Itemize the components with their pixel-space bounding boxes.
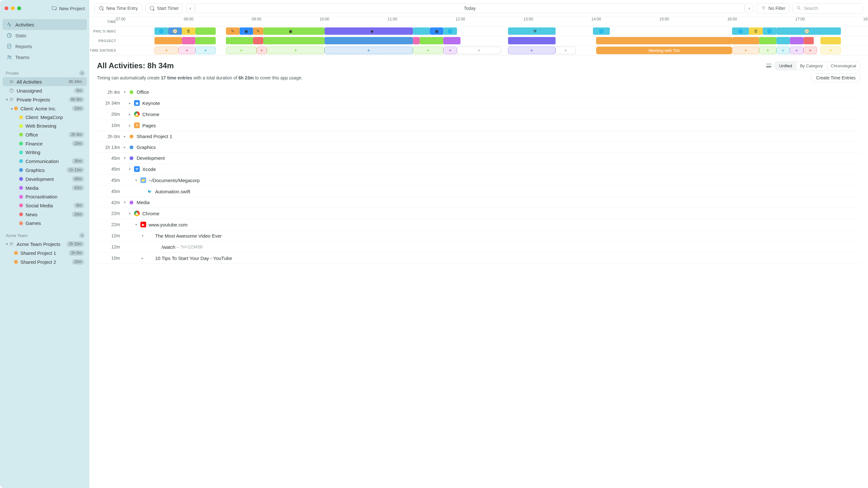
disclosure-icon[interactable]: ▸	[140, 256, 146, 260]
time-entry-slot[interactable]: +	[790, 46, 804, 54]
project-segment[interactable]	[263, 37, 324, 44]
nav-stats[interactable]: Stats	[3, 30, 87, 41]
device-segment[interactable]: ✎	[226, 27, 240, 35]
tree-item[interactable]: Graphics1h 13m	[3, 166, 87, 174]
disclosure-icon[interactable]: ▾	[122, 90, 128, 94]
device-segment[interactable]: 🧭	[168, 27, 182, 35]
project-segment[interactable]	[324, 37, 413, 44]
project-segment[interactable]	[253, 37, 263, 44]
device-segment[interactable]: ▣	[240, 27, 253, 35]
tree-item[interactable]: Web Browsing	[3, 122, 87, 130]
seg-by-category[interactable]: By Category	[796, 62, 827, 70]
activity-row[interactable]: 10m▸10 Tips To Start Your Day - YouTube	[97, 253, 860, 264]
close-window-button[interactable]	[4, 6, 8, 10]
project-segment[interactable]	[420, 37, 443, 44]
time-entry-slot[interactable]: +	[178, 46, 195, 54]
search-input[interactable]: Search	[793, 3, 863, 14]
project-segment[interactable]	[195, 37, 216, 44]
activity-row[interactable]: 10m▸✎Pages	[97, 120, 860, 131]
nav-reports[interactable]: Reports	[3, 41, 87, 52]
seg-unified[interactable]: Unified	[775, 62, 796, 70]
activity-row[interactable]: 45m▾Development	[97, 153, 860, 164]
project-segment[interactable]	[804, 37, 814, 44]
start-timer-button[interactable]: Start Timer	[145, 3, 183, 13]
time-entry-meeting[interactable]: Meeting with Tim	[596, 46, 732, 54]
project-segment[interactable]	[759, 37, 776, 44]
tree-item[interactable]: Communication30m	[3, 157, 87, 166]
view-segmented-control[interactable]: Unified By Category Chronological	[775, 62, 860, 70]
project-segment[interactable]	[226, 37, 229, 44]
date-picker-button[interactable]: Today	[195, 3, 745, 13]
time-entry-slot[interactable]: +	[759, 46, 776, 54]
tree-item[interactable]: Social Media6m	[3, 201, 87, 210]
project-segment[interactable]	[443, 37, 460, 44]
tree-item[interactable]: Office2h 4m	[3, 130, 87, 139]
project-segment[interactable]	[790, 37, 804, 44]
device-segment[interactable]: 🗓	[749, 27, 763, 35]
disclosure-icon[interactable]: ▾	[133, 178, 139, 183]
new-project-button[interactable]: New Project	[51, 5, 85, 11]
timeline-project-track[interactable]	[121, 36, 868, 45]
device-segment[interactable]: 🌐	[154, 27, 168, 35]
disclosure-icon[interactable]: ▸	[127, 124, 133, 128]
tree-item[interactable]: Games	[3, 219, 87, 227]
device-segment[interactable]: 🌐	[732, 27, 749, 35]
disclosure-icon[interactable]: ▾	[122, 156, 128, 160]
time-entry-slot[interactable]: +	[324, 46, 413, 54]
tree-item[interactable]: Client: MegaCorp	[3, 113, 87, 122]
time-entry-slot[interactable]: +	[443, 46, 457, 54]
tree-item[interactable]: Media42m	[3, 184, 87, 192]
activity-row[interactable]: 22m▾◉Chrome	[97, 208, 860, 219]
tree-item[interactable]: Finance15m	[3, 139, 87, 148]
time-entry-slot[interactable]: +	[556, 46, 576, 54]
view-mode-icon[interactable]	[765, 62, 772, 70]
project-segment[interactable]	[732, 37, 759, 44]
nav-activities[interactable]: Activities	[3, 19, 87, 30]
disclosure-icon[interactable]: ▾	[122, 200, 128, 204]
project-segment[interactable]	[508, 37, 556, 44]
next-day-button[interactable]: ›	[745, 3, 753, 13]
tree-item[interactable]: All Activities8h 34m	[3, 77, 87, 86]
minimize-window-button[interactable]	[11, 6, 15, 10]
tree-item[interactable]: Shared Project 220m	[3, 257, 87, 266]
activity-row[interactable]: 1h 34m▸▣Keynote	[97, 98, 860, 109]
chevron-right-icon[interactable]: ▸	[10, 106, 14, 111]
activity-row[interactable]: 45m▾📁~/Documents/Megacorp	[97, 175, 860, 186]
project-segment[interactable]	[596, 37, 732, 44]
device-segment[interactable]: ⚒	[528, 27, 542, 35]
time-entry-slot[interactable]: +	[457, 46, 501, 54]
time-entry-slot[interactable]: +	[226, 46, 256, 54]
disclosure-icon[interactable]: ▾	[127, 167, 133, 171]
new-time-entry-button[interactable]: New Time Entry	[94, 3, 142, 13]
fullscreen-window-button[interactable]	[17, 6, 21, 10]
project-segment[interactable]	[776, 37, 790, 44]
nav-teams[interactable]: Teams	[3, 52, 87, 63]
device-segment[interactable]: 🗓	[182, 27, 196, 35]
seg-chronological[interactable]: Chronological	[827, 62, 860, 70]
activity-row[interactable]: 2h 0m▸Shared Project 1	[97, 131, 860, 142]
device-segment[interactable]: ▣	[284, 27, 298, 35]
activity-row[interactable]: 42m▾Media	[97, 197, 860, 208]
activity-row[interactable]: 45m🐦Automation.swift	[97, 186, 860, 197]
disclosure-icon[interactable]: ▸	[127, 101, 133, 105]
add-project-button[interactable]: +	[79, 70, 85, 76]
disclosure-icon[interactable]: ▾	[127, 212, 133, 216]
time-entry-slot[interactable]: +	[732, 46, 759, 54]
activity-row[interactable]: 2h 4m▾Office	[97, 87, 860, 98]
time-entry-slot[interactable]: +	[776, 46, 790, 54]
add-project-button[interactable]: +	[79, 232, 85, 238]
time-entry-slot[interactable]: +	[804, 46, 817, 54]
device-segment[interactable]: 🌐	[443, 27, 457, 35]
time-entry-slot[interactable]: +	[195, 46, 216, 54]
disclosure-icon[interactable]: ▾	[140, 234, 146, 238]
time-entry-slot[interactable]: +	[508, 46, 556, 54]
time-entry-slot[interactable]: +	[820, 46, 841, 54]
disclosure-icon[interactable]: ▸	[122, 145, 128, 149]
time-entry-slot[interactable]: +	[267, 46, 324, 54]
chevron-down-icon[interactable]: ▾	[5, 98, 9, 102]
filter-button[interactable]: No Filter	[756, 3, 789, 13]
tree-item[interactable]: ▾Private Projects6h 9m	[3, 95, 87, 104]
tree-item[interactable]: Development45m	[3, 174, 87, 184]
create-time-entries-button[interactable]: Create Time Entries	[811, 73, 860, 82]
project-segment[interactable]	[182, 37, 196, 44]
